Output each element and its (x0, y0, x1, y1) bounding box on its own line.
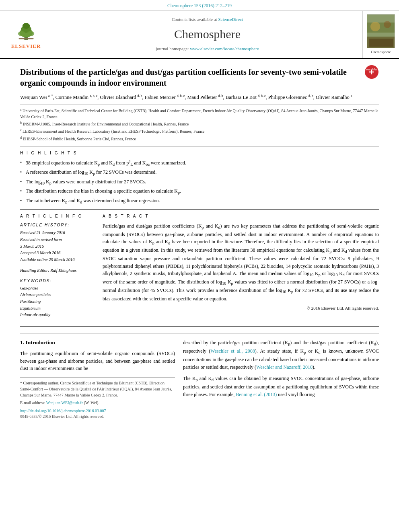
intro-paragraph-2: described by the particle/gas partition … (183, 339, 379, 371)
crossmark-icon[interactable]: CrossMark (364, 65, 379, 79)
keyword-item: Equilibrium (20, 306, 95, 312)
keywords-list: Gas-phase Airborne particles Partitionin… (20, 286, 95, 318)
affil-a: a University of Paris-Est, Scientific an… (20, 107, 379, 120)
highlight-item: 38 empirical equations to calculate Kp a… (20, 159, 379, 167)
footnote-section: * Corresponding author. Centre Scientifi… (20, 377, 175, 406)
email-address[interactable]: Wenjuan.WEI@cstb.fr (46, 401, 83, 405)
svg-point-11 (384, 21, 391, 28)
article-history-label: Article history: (20, 222, 95, 228)
crossmark-area[interactable]: CrossMark (364, 65, 379, 81)
keyword-item: Airborne particles (20, 292, 95, 298)
journal-thumbnail-area: Chemosphere (363, 11, 399, 58)
svg-rect-12 (369, 39, 393, 47)
doi-link[interactable]: http://dx.doi.org/10.1016/j.chemosphere.… (20, 408, 175, 414)
article-info-title: A R T I C L E I N F O (20, 214, 95, 219)
elsevier-brand-text: ELSEVIER (11, 43, 41, 50)
keyword-item: Gas-phase (20, 286, 95, 292)
highlight-item: The ratio between Kp and Kd was determin… (20, 197, 379, 205)
authors-line: Wenjuan Wei a, *, Corinne Mandin a, b, c… (20, 93, 379, 101)
article-history-section: Article history: Received 21 January 201… (20, 222, 95, 263)
affil-c: c LERES-Environment and Health Research … (20, 128, 379, 134)
intro-divider-top (20, 326, 379, 327)
journal-ref-text: Chemosphere 153 (2016) 212–219 (167, 3, 232, 8)
issn-line: 0045-6535/© 2016 Elsevier Ltd. All right… (20, 414, 175, 419)
handling-editor-text: Handling Editor: Ralf Ebinghaus (20, 267, 95, 274)
email-line: E-mail address: Wenjuan.WEI@cstb.fr (W. … (20, 400, 175, 406)
received-date: Received 21 January 2016 (20, 230, 95, 236)
online-date: Available online 25 March 2016 (20, 257, 95, 263)
journal-name-heading: Chemosphere (174, 26, 241, 43)
highlights-divider-top (20, 146, 379, 146)
cover-image-svg (367, 14, 395, 48)
intro-paragraph-1: The partitioning equilibrium of semi-vol… (20, 350, 175, 372)
keywords-section: Keywords: Gas-phase Airborne particles P… (20, 278, 95, 318)
intro-heading: 1. Introduction (20, 339, 175, 347)
abstract-text: Particle/gas and dust/gas partition coef… (103, 222, 379, 303)
journal-cover-image (367, 14, 395, 48)
elsevier-tree-icon (10, 19, 42, 41)
corresponding-author-note: * Corresponding author. Centre Scientifi… (20, 380, 175, 398)
journal-center-area: Contents lists available at ScienceDirec… (52, 11, 363, 58)
highlight-item: The distribution reduces the bias in cho… (20, 188, 379, 195)
sciencedirect-link[interactable]: ScienceDirect (218, 17, 243, 22)
svg-point-5 (27, 31, 34, 36)
article-info-abstract-cols: A R T I C L E I N F O Article history: R… (20, 214, 379, 322)
introduction-section: 1. Introduction The partitioning equilib… (20, 333, 379, 419)
keyword-item: Indoor air quality (20, 312, 95, 318)
svg-point-10 (370, 22, 380, 31)
affil-b: b INSERM-U1085, Inset-Research Institute… (20, 121, 379, 127)
cover-image-label: Chemosphere (371, 49, 391, 55)
homepage-label: journal homepage: (156, 46, 189, 51)
intro-paragraph-3: The Kp and Kd values can be obtained by … (183, 375, 379, 398)
abstract-col: A B S T R A C T Particle/gas and dust/ga… (103, 214, 379, 322)
elsevier-logo: ELSEVIER (10, 19, 42, 50)
article-main: CrossMark Distributions of the particle/… (0, 59, 399, 427)
sciencedirect-line: Contents lists available at ScienceDirec… (172, 16, 243, 23)
intro-left-col: 1. Introduction The partitioning equilib… (20, 339, 175, 419)
journal-header: ELSEVIER Contents lists available at Sci… (0, 11, 399, 59)
highlights-title: H I G H L I G H T S (20, 150, 379, 156)
email-note: (W. Wei). (84, 401, 99, 405)
sciencedirect-label: Contents lists available at (172, 17, 217, 22)
journal-homepage-line: journal homepage: www.elsevier.com/locat… (156, 46, 259, 52)
svg-rect-6 (19, 38, 33, 39)
article-info-col: A R T I C L E I N F O Article history: R… (20, 214, 95, 322)
highlights-section: H I G H L I G H T S 38 empirical equatio… (20, 150, 379, 205)
abstract-title: A B S T R A C T (103, 214, 379, 219)
highlight-item: A reference distribution of log10 Kp for… (20, 169, 379, 177)
elsevier-logo-area: ELSEVIER (0, 11, 52, 58)
revised-date: Received in revised form3 March 2016 (20, 236, 95, 250)
keyword-item: Partitioning (20, 299, 95, 305)
affil-d: d EHESP-School of Public Health, Sorbonn… (20, 136, 379, 142)
email-label: E-mail address: (20, 401, 45, 405)
copyright-text: © 2016 Elsevier Ltd. All rights reserved… (103, 305, 379, 311)
handling-editor-section: Handling Editor: Ralf Ebinghaus (20, 267, 95, 274)
article-title: Distributions of the particle/gas and du… (20, 67, 379, 88)
intro-right-col: described by the particle/gas partition … (183, 339, 379, 419)
accepted-date: Accepted 3 March 2016 (20, 250, 95, 257)
intro-title: Introduction (26, 339, 55, 345)
highlight-item: The log10 Kp values were normally distri… (20, 179, 379, 186)
article-history-dates: Received 21 January 2016 Received in rev… (20, 230, 95, 263)
svg-point-4 (18, 31, 25, 36)
journal-reference-bar: Chemosphere 153 (2016) 212–219 (0, 0, 399, 11)
highlights-divider-bottom (20, 209, 379, 210)
keywords-label: Keywords: (20, 278, 95, 284)
highlights-list: 38 empirical equations to calculate Kp a… (20, 159, 379, 205)
svg-point-3 (22, 23, 29, 29)
homepage-link[interactable]: www.elsevier.com/locate/chemosphere (190, 46, 259, 51)
affiliations-section: a University of Paris-Est, Scientific an… (20, 105, 379, 142)
intro-number: 1. (20, 339, 26, 345)
